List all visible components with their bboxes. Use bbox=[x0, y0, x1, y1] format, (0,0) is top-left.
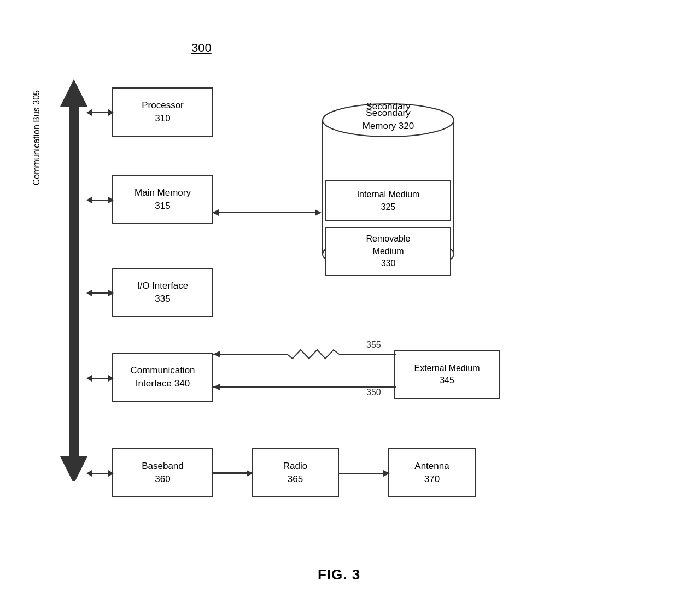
arrow-mainmemory-secondarymemory bbox=[212, 205, 322, 220]
svg-marker-14 bbox=[86, 290, 92, 296]
svg-marker-27 bbox=[247, 470, 253, 477]
external-medium-box: External Medium345 bbox=[394, 350, 500, 399]
comm-bus-arrow bbox=[57, 77, 90, 481]
svg-marker-33 bbox=[213, 351, 220, 357]
svg-marker-20 bbox=[86, 470, 92, 477]
arrow-bus-baseband bbox=[86, 466, 114, 481]
svg-marker-9 bbox=[108, 109, 114, 116]
secondary-memory-label: SecondaryMemory 320 bbox=[317, 107, 459, 133]
svg-marker-1 bbox=[60, 79, 87, 107]
arrow-extmedium-comminterface-355: 355 350 bbox=[213, 338, 396, 403]
comm-interface-box: CommunicationInterface 340 bbox=[112, 353, 213, 402]
arrow-radio-antenna bbox=[338, 466, 390, 481]
diagram-container: 300 Communication Bus 305 Processor310 M… bbox=[0, 0, 678, 616]
svg-marker-17 bbox=[86, 375, 92, 382]
svg-marker-12 bbox=[108, 197, 114, 203]
radio-box: Radio365 bbox=[252, 448, 339, 497]
svg-marker-29 bbox=[383, 470, 390, 477]
arrow-bus-io bbox=[86, 285, 114, 301]
baseband-box: Baseband360 bbox=[112, 448, 213, 497]
processor-box: Processor310 bbox=[112, 87, 213, 137]
svg-marker-18 bbox=[108, 375, 114, 382]
svg-marker-11 bbox=[86, 197, 92, 203]
arrow-bus-mainmemory bbox=[86, 192, 114, 208]
comm-bus-label: Communication Bus 305 bbox=[32, 90, 42, 185]
main-memory-box: Main Memory315 bbox=[112, 175, 213, 224]
arrow-baseband-radio bbox=[212, 466, 253, 481]
io-interface-box: I/O Interface335 bbox=[112, 268, 213, 317]
svg-marker-8 bbox=[86, 109, 92, 116]
arrow-bus-processor bbox=[86, 105, 114, 120]
antenna-box: Antenna370 bbox=[388, 448, 476, 497]
svg-text:350: 350 bbox=[366, 388, 381, 397]
svg-marker-15 bbox=[108, 290, 114, 296]
fig-label: FIG. 3 bbox=[318, 566, 360, 583]
svg-text:355: 355 bbox=[366, 340, 381, 349]
removable-medium-box: RemovableMedium330 bbox=[325, 227, 451, 276]
svg-marker-23 bbox=[212, 209, 219, 216]
internal-medium-box: Internal Medium325 bbox=[325, 180, 451, 221]
svg-marker-2 bbox=[60, 456, 87, 481]
arrow-bus-comminterface bbox=[86, 371, 114, 386]
svg-marker-36 bbox=[213, 384, 220, 390]
svg-marker-21 bbox=[108, 470, 114, 477]
diagram-number: 300 bbox=[191, 41, 212, 55]
svg-marker-24 bbox=[315, 209, 322, 216]
